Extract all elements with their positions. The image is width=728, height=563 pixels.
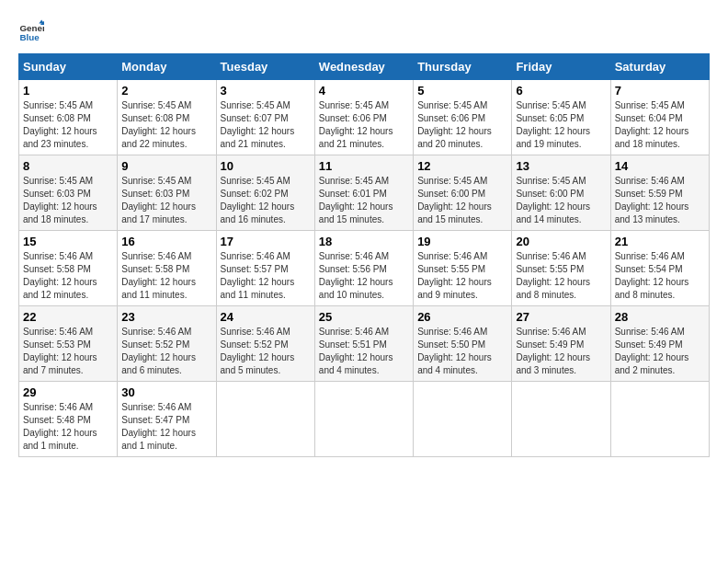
sunrise-label: Sunrise: 5:45 AM xyxy=(121,100,191,110)
daylight-label: Daylight: 12 hours and 21 minutes. xyxy=(221,126,295,149)
sunrise-label: Sunrise: 5:46 AM xyxy=(121,402,191,412)
sunrise-label: Sunrise: 5:45 AM xyxy=(221,176,290,186)
calendar-week-3: 15 Sunrise: 5:46 AM Sunset: 5:58 PM Dayl… xyxy=(19,231,710,306)
day-number: 25 xyxy=(319,310,409,324)
day-info: Sunrise: 5:46 AM Sunset: 5:55 PM Dayligh… xyxy=(417,250,507,302)
sunset-label: Sunset: 5:53 PM xyxy=(23,339,91,350)
sunrise-label: Sunrise: 5:46 AM xyxy=(615,327,685,337)
calendar-cell: 12 Sunrise: 5:45 AM Sunset: 6:00 PM Dayl… xyxy=(414,155,512,231)
calendar-cell: 17 Sunrise: 5:46 AM Sunset: 5:57 PM Dayl… xyxy=(216,231,314,306)
day-info: Sunrise: 5:46 AM Sunset: 5:52 PM Dayligh… xyxy=(121,326,211,377)
calendar-cell: 23 Sunrise: 5:46 AM Sunset: 5:52 PM Dayl… xyxy=(118,306,216,382)
daylight-label: Daylight: 12 hours and 6 minutes. xyxy=(121,352,196,375)
calendar-cell: 2 Sunrise: 5:45 AM Sunset: 6:08 PM Dayli… xyxy=(118,80,216,155)
sunrise-label: Sunrise: 5:45 AM xyxy=(417,176,487,186)
sunset-label: Sunset: 6:03 PM xyxy=(23,189,91,199)
calendar-cell: 13 Sunrise: 5:45 AM Sunset: 6:00 PM Dayl… xyxy=(512,155,610,231)
weekday-header-friday: Friday xyxy=(512,54,610,80)
day-info: Sunrise: 5:46 AM Sunset: 5:48 PM Dayligh… xyxy=(23,401,113,453)
day-number: 13 xyxy=(516,159,606,173)
daylight-label: Daylight: 12 hours and 7 minutes. xyxy=(23,352,97,375)
day-number: 24 xyxy=(221,310,311,324)
calendar-cell: 14 Sunrise: 5:46 AM Sunset: 5:59 PM Dayl… xyxy=(610,155,709,231)
calendar-cell: 3 Sunrise: 5:45 AM Sunset: 6:07 PM Dayli… xyxy=(216,80,314,155)
weekday-header-monday: Monday xyxy=(118,54,216,80)
calendar-cell: 16 Sunrise: 5:46 AM Sunset: 5:58 PM Dayl… xyxy=(118,231,216,306)
sunrise-label: Sunrise: 5:46 AM xyxy=(121,251,191,261)
calendar-cell: 7 Sunrise: 5:45 AM Sunset: 6:04 PM Dayli… xyxy=(610,80,709,155)
calendar-cell xyxy=(512,382,610,457)
day-number: 15 xyxy=(23,235,113,248)
day-number: 27 xyxy=(516,310,606,324)
day-number: 16 xyxy=(121,235,211,248)
sunset-label: Sunset: 6:08 PM xyxy=(23,113,91,123)
sunset-label: Sunset: 6:03 PM xyxy=(121,189,189,199)
day-number: 3 xyxy=(221,84,311,98)
calendar-cell: 8 Sunrise: 5:45 AM Sunset: 6:03 PM Dayli… xyxy=(19,155,118,231)
calendar-cell: 1 Sunrise: 5:45 AM Sunset: 6:08 PM Dayli… xyxy=(19,80,118,155)
sunrise-label: Sunrise: 5:46 AM xyxy=(615,176,685,186)
calendar-cell: 30 Sunrise: 5:46 AM Sunset: 5:47 PM Dayl… xyxy=(118,382,216,457)
sunset-label: Sunset: 6:06 PM xyxy=(319,113,387,123)
logo-icon: General Blue xyxy=(18,18,44,44)
daylight-label: Daylight: 12 hours and 3 minutes. xyxy=(516,352,590,375)
svg-text:Blue: Blue xyxy=(19,32,40,42)
day-info: Sunrise: 5:46 AM Sunset: 5:50 PM Dayligh… xyxy=(417,326,507,377)
sunrise-label: Sunrise: 5:46 AM xyxy=(319,251,389,261)
sunset-label: Sunset: 5:57 PM xyxy=(221,264,289,274)
sunrise-label: Sunrise: 5:45 AM xyxy=(319,176,389,186)
logo: General Blue xyxy=(18,18,48,44)
calendar-cell: 5 Sunrise: 5:45 AM Sunset: 6:06 PM Dayli… xyxy=(414,80,512,155)
sunset-label: Sunset: 5:52 PM xyxy=(221,339,289,350)
sunset-label: Sunset: 6:00 PM xyxy=(516,189,584,199)
day-info: Sunrise: 5:46 AM Sunset: 5:59 PM Dayligh… xyxy=(615,175,705,226)
day-info: Sunrise: 5:45 AM Sunset: 6:07 PM Dayligh… xyxy=(221,99,311,151)
daylight-label: Daylight: 12 hours and 18 minutes. xyxy=(615,126,689,149)
day-info: Sunrise: 5:45 AM Sunset: 6:02 PM Dayligh… xyxy=(221,175,311,226)
calendar-cell: 19 Sunrise: 5:46 AM Sunset: 5:55 PM Dayl… xyxy=(414,231,512,306)
day-number: 30 xyxy=(121,385,211,399)
sunset-label: Sunset: 6:00 PM xyxy=(417,189,485,199)
sunrise-label: Sunrise: 5:46 AM xyxy=(516,251,586,261)
sunset-label: Sunset: 5:49 PM xyxy=(516,339,584,350)
day-number: 11 xyxy=(319,159,409,173)
day-info: Sunrise: 5:45 AM Sunset: 6:04 PM Dayligh… xyxy=(615,99,705,151)
calendar-cell: 10 Sunrise: 5:45 AM Sunset: 6:02 PM Dayl… xyxy=(216,155,314,231)
sunrise-label: Sunrise: 5:45 AM xyxy=(23,100,93,110)
calendar-week-4: 22 Sunrise: 5:46 AM Sunset: 5:53 PM Dayl… xyxy=(19,306,710,382)
day-number: 18 xyxy=(319,235,409,248)
day-number: 22 xyxy=(23,310,113,324)
day-info: Sunrise: 5:46 AM Sunset: 5:49 PM Dayligh… xyxy=(516,326,606,377)
day-number: 5 xyxy=(417,84,507,98)
day-info: Sunrise: 5:45 AM Sunset: 6:00 PM Dayligh… xyxy=(417,175,507,226)
day-number: 10 xyxy=(221,159,311,173)
daylight-label: Daylight: 12 hours and 1 minute. xyxy=(121,428,196,451)
sunrise-label: Sunrise: 5:46 AM xyxy=(221,251,290,261)
calendar-body: 1 Sunrise: 5:45 AM Sunset: 6:08 PM Dayli… xyxy=(19,80,710,457)
day-number: 6 xyxy=(516,84,606,98)
daylight-label: Daylight: 12 hours and 8 minutes. xyxy=(615,277,689,300)
day-number: 2 xyxy=(121,84,211,98)
day-info: Sunrise: 5:46 AM Sunset: 5:47 PM Dayligh… xyxy=(121,401,211,453)
sunset-label: Sunset: 5:55 PM xyxy=(417,264,485,274)
sunset-label: Sunset: 5:49 PM xyxy=(615,339,683,350)
sunrise-label: Sunrise: 5:46 AM xyxy=(319,327,389,337)
day-number: 14 xyxy=(615,159,705,173)
day-info: Sunrise: 5:46 AM Sunset: 5:55 PM Dayligh… xyxy=(516,250,606,302)
day-info: Sunrise: 5:45 AM Sunset: 6:08 PM Dayligh… xyxy=(121,99,211,151)
day-number: 12 xyxy=(417,159,507,173)
calendar-table: SundayMondayTuesdayWednesdayThursdayFrid… xyxy=(18,53,710,457)
daylight-label: Daylight: 12 hours and 23 minutes. xyxy=(23,126,97,149)
calendar-cell: 18 Sunrise: 5:46 AM Sunset: 5:56 PM Dayl… xyxy=(314,231,413,306)
calendar-cell: 11 Sunrise: 5:45 AM Sunset: 6:01 PM Dayl… xyxy=(314,155,413,231)
weekday-header-thursday: Thursday xyxy=(414,54,512,80)
sunrise-label: Sunrise: 5:45 AM xyxy=(615,100,685,110)
daylight-label: Daylight: 12 hours and 16 minutes. xyxy=(221,201,295,224)
sunrise-label: Sunrise: 5:46 AM xyxy=(23,402,93,412)
sunset-label: Sunset: 5:51 PM xyxy=(319,339,387,350)
day-number: 28 xyxy=(615,310,705,324)
calendar-cell: 21 Sunrise: 5:46 AM Sunset: 5:54 PM Dayl… xyxy=(610,231,709,306)
calendar-cell: 29 Sunrise: 5:46 AM Sunset: 5:48 PM Dayl… xyxy=(19,382,118,457)
day-number: 1 xyxy=(23,84,113,98)
calendar-cell xyxy=(610,382,709,457)
